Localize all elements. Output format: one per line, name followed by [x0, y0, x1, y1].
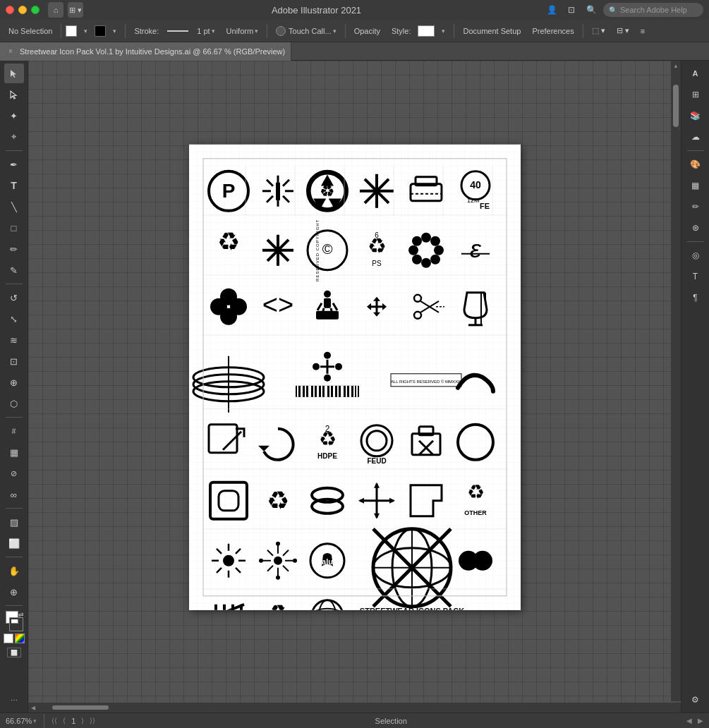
tool-separator-6: [6, 605, 23, 606]
screen-mode-btn[interactable]: ⬜: [7, 648, 21, 657]
status-bar: 66.67% ▾ ⟨⟨ ⟨ 1 ⟩ ⟩⟩ Selection ◀ ▶: [0, 712, 709, 728]
svg-point-53: [412, 255, 422, 265]
panel-settings[interactable]: ⚙: [686, 690, 705, 710]
touch-calligraphy[interactable]: Touch Call... ▾: [272, 23, 341, 40]
panel-appearance[interactable]: ◎: [686, 245, 705, 265]
next-page[interactable]: ⟩: [81, 717, 84, 725]
tool-selection[interactable]: [4, 63, 24, 83]
tool-hand[interactable]: ✋: [4, 561, 24, 581]
status-right[interactable]: ▶: [698, 717, 703, 724]
zoom-display[interactable]: 66.67% ▾: [6, 717, 37, 725]
tool-mesh[interactable]: #: [4, 421, 24, 441]
divider3: [267, 24, 267, 38]
style-dropdown[interactable]: ▾: [437, 23, 449, 40]
fill-swatch[interactable]: [66, 25, 77, 37]
zoom-arrows[interactable]: ▾: [33, 717, 37, 724]
svg-point-135: [223, 555, 234, 566]
canvas-area[interactable]: P: [28, 61, 681, 712]
tool-direct-selection[interactable]: [4, 85, 24, 104]
panel-libraries[interactable]: 📚: [686, 106, 705, 126]
tool-warp[interactable]: ≋: [4, 330, 24, 350]
tool-separator-1: [6, 150, 23, 151]
cloud-icon[interactable]: ⊡: [564, 2, 579, 18]
svg-point-167: [473, 551, 492, 571]
last-page[interactable]: ⟩⟩: [90, 717, 95, 725]
tool-artboard[interactable]: ⬜: [4, 533, 24, 553]
scroll-left[interactable]: ◀: [28, 703, 38, 712]
tool-free-transform[interactable]: ⊡: [4, 351, 24, 371]
svg-text:RESERVED COPYRIGHT: RESERVED COPYRIGHT: [315, 219, 320, 281]
panel-layers[interactable]: ⊞: [686, 85, 705, 104]
panel-color[interactable]: 🎨: [686, 154, 705, 174]
tool-pen[interactable]: ✒: [4, 154, 24, 174]
doc-tab-close[interactable]: ×: [6, 47, 16, 56]
search-bar[interactable]: 🔍: [603, 3, 703, 17]
fill-dropdown[interactable]: ▾: [80, 23, 92, 40]
tool-pencil[interactable]: ✎: [4, 260, 24, 280]
svg-rect-68: [316, 311, 339, 320]
scroll-thumb-v[interactable]: [673, 85, 679, 127]
minimize-button[interactable]: [18, 6, 27, 14]
vertical-scrollbar[interactable]: ▲: [671, 61, 681, 701]
status-left[interactable]: ◀: [686, 717, 692, 724]
panel-properties[interactable]: A: [686, 63, 705, 83]
search-input[interactable]: [620, 6, 698, 14]
maximize-button[interactable]: [31, 6, 40, 14]
scroll-thumb-h[interactable]: [52, 705, 109, 710]
panel-cc-libraries[interactable]: ☁: [686, 127, 705, 147]
doc-tab[interactable]: × Streetwear Icon Pack Vol.1 by Intuitiv…: [0, 42, 291, 61]
tool-paintbrush[interactable]: ✏: [4, 239, 24, 259]
preferences-btn[interactable]: Preferences: [528, 23, 578, 40]
more-btn[interactable]: ≡: [636, 23, 649, 40]
stroke-dropdown[interactable]: ▾: [109, 23, 121, 40]
scroll-up[interactable]: ▲: [671, 61, 681, 71]
tool-scale[interactable]: ⤡: [4, 309, 24, 329]
align-btn[interactable]: ⊟ ▾: [612, 23, 634, 40]
svg-point-60: [220, 308, 237, 325]
tool-eyedropper[interactable]: ⊘: [4, 463, 24, 483]
panel-paragraph[interactable]: ¶: [686, 288, 705, 308]
tool-magic-wand[interactable]: ✦: [4, 106, 24, 126]
tool-separator-4: [6, 508, 23, 509]
panel-character[interactable]: T: [686, 267, 705, 286]
titlebar-right: 👤 ⊡ 🔍 🔍: [544, 2, 703, 18]
arrange-btn[interactable]: ⬚ ▾: [588, 23, 610, 40]
close-button[interactable]: [6, 6, 14, 14]
search-icon[interactable]: 🔍: [583, 2, 599, 18]
workspace-switcher[interactable]: ⊞ ▾: [68, 2, 83, 18]
color-box[interactable]: ⇄: [4, 611, 24, 631]
horizontal-scrollbar[interactable]: ◀: [28, 703, 671, 712]
tool-gradient[interactable]: ▦: [4, 442, 24, 462]
first-page[interactable]: ⟨⟨: [51, 717, 57, 725]
tool-rectangle[interactable]: □: [4, 218, 24, 238]
tool-separator-3: [6, 417, 23, 418]
more-tools-btn[interactable]: ⋯: [4, 690, 24, 710]
style-swatch[interactable]: [418, 25, 435, 37]
tool-line[interactable]: ╲: [4, 197, 24, 217]
home-icon[interactable]: ⌂: [48, 2, 63, 18]
stroke-swatch[interactable]: [95, 25, 106, 37]
panel-brushes[interactable]: ✏: [686, 197, 705, 217]
tool-live-paint[interactable]: ⬡: [4, 394, 24, 413]
none-color[interactable]: [4, 633, 13, 643]
tool-shape-builder[interactable]: ⊕: [4, 372, 24, 392]
panel-swatches[interactable]: ▦: [686, 176, 705, 195]
swap-colors[interactable]: ⇄: [18, 611, 24, 618]
tool-rotate[interactable]: ↺: [4, 288, 24, 308]
no-selection[interactable]: No Selection: [4, 23, 56, 40]
panel-symbols[interactable]: ⊛: [686, 218, 705, 238]
uniform-dropdown[interactable]: Uniform ▾: [222, 23, 263, 40]
tool-blend[interactable]: ∞: [4, 485, 24, 504]
stroke-label: Stroke:: [130, 23, 163, 40]
divider4: [345, 24, 346, 38]
profile-icon[interactable]: 👤: [544, 2, 559, 18]
tool-lasso[interactable]: ⌖: [4, 127, 24, 147]
document-setup-btn[interactable]: Document Setup: [459, 23, 525, 40]
color-mode[interactable]: [15, 633, 25, 643]
prev-page[interactable]: ⟨: [63, 717, 66, 725]
stroke-weight[interactable]: 1 pt ▾: [193, 23, 219, 40]
tool-type[interactable]: T: [4, 176, 24, 195]
stroke-color[interactable]: [10, 618, 23, 631]
tool-column-graph[interactable]: ▨: [4, 512, 24, 532]
tool-zoom[interactable]: ⊕: [4, 582, 24, 602]
